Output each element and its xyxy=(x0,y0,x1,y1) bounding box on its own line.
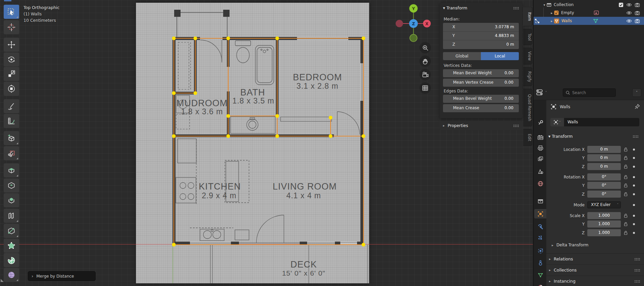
breadcrumb-label[interactable]: Walls xyxy=(560,105,570,109)
eye-icon[interactable] xyxy=(626,10,632,15)
animate-dot[interactable] xyxy=(633,185,635,187)
rotation-mode-select[interactable]: XYZ Euler˅ xyxy=(587,201,621,208)
animate-dot[interactable] xyxy=(633,166,635,168)
animate-dot[interactable] xyxy=(633,193,635,195)
selected-vertices[interactable] xyxy=(172,37,365,247)
tab-render[interactable] xyxy=(535,132,546,142)
zoom-button[interactable] xyxy=(419,42,431,53)
lock-open-icon[interactable] xyxy=(624,164,628,169)
mesh-data-icon[interactable] xyxy=(593,18,599,24)
editor-type-button[interactable]: ˅ xyxy=(536,88,549,97)
tool-poly-build-button[interactable] xyxy=(4,239,19,253)
floorplan-canvas[interactable]: MUDROOM 1.8 x 3.6 m BATH 1.8 x 3.5 m BED… xyxy=(136,0,369,286)
tab-constraints[interactable] xyxy=(535,258,546,268)
tab-tool[interactable] xyxy=(535,118,546,127)
tool-annotate-button[interactable] xyxy=(4,99,19,113)
tool-rip-region-button[interactable] xyxy=(4,146,19,160)
section-relations[interactable]: ▸Relations xyxy=(546,253,644,264)
panel-drag-dots[interactable] xyxy=(633,135,638,138)
tool-move-button[interactable] xyxy=(4,38,19,52)
tool-smooth-button[interactable] xyxy=(4,268,19,282)
camera-icon[interactable] xyxy=(635,10,640,15)
camera-icon[interactable] xyxy=(635,2,640,7)
animate-dot[interactable] xyxy=(633,176,635,178)
edge-mean-bevel-weight-field[interactable]: Mean Bevel Weight0.00 xyxy=(443,95,519,103)
outliner-item-label[interactable]: Walls xyxy=(561,18,572,23)
lock-open-icon[interactable] xyxy=(624,222,628,227)
chevron-right-icon[interactable]: ▸ xyxy=(550,19,554,23)
selected-edges[interactable] xyxy=(174,38,363,245)
global-button[interactable]: Global xyxy=(443,52,481,60)
lock-open-icon[interactable] xyxy=(624,183,628,188)
panel-drag-dots[interactable] xyxy=(634,280,640,283)
tool-inset-faces-button[interactable] xyxy=(4,178,19,193)
tab-object-data[interactable] xyxy=(535,270,546,280)
transform-section-header[interactable]: ▾ Transform xyxy=(548,134,573,139)
tab-tool[interactable]: Tool xyxy=(523,29,532,45)
animate-dot[interactable] xyxy=(633,232,635,234)
lock-open-icon[interactable] xyxy=(624,147,628,152)
mean-crease-field[interactable]: Mean Crease0.00 xyxy=(443,104,519,112)
section-instancing[interactable]: ▸Instancing xyxy=(546,276,644,286)
tool-rotate-button[interactable] xyxy=(4,52,19,67)
tool-scale-button[interactable] xyxy=(4,67,19,81)
chevron-right-icon[interactable]: ▸ xyxy=(550,11,554,15)
tool-add-cube-button[interactable] xyxy=(4,131,19,145)
search-box[interactable] xyxy=(563,88,616,97)
panel-drag-dots[interactable] xyxy=(634,269,640,272)
eye-icon[interactable] xyxy=(626,18,632,24)
tool-extrude-region-button[interactable] xyxy=(4,163,19,177)
outliner-item-label[interactable]: Collection xyxy=(554,2,574,7)
tab-rigify[interactable]: Rigify xyxy=(523,67,532,86)
checkbox-checked-icon[interactable] xyxy=(618,2,624,7)
median-z-field[interactable]: Z0 m xyxy=(443,40,519,49)
lock-open-icon[interactable] xyxy=(624,231,628,235)
scale-x-field[interactable]: 1.000 xyxy=(587,212,621,219)
tool-bevel-button[interactable] xyxy=(4,193,19,207)
tool-select-box-button[interactable] xyxy=(4,5,19,19)
filter-dropdown-button[interactable]: ˅ xyxy=(632,88,641,97)
tab-quad-remesh[interactable]: Quad Remesh xyxy=(523,89,532,126)
panel-drag-dots[interactable] xyxy=(634,258,640,260)
mean-vertex-crease-field[interactable]: Mean Vertex Crease0.00 xyxy=(443,79,519,87)
location-x-field[interactable]: 0 m xyxy=(587,146,621,153)
animate-dot[interactable] xyxy=(633,149,635,151)
animate-dot[interactable] xyxy=(633,223,635,225)
lock-open-icon[interactable] xyxy=(624,213,628,218)
id-type-button[interactable]: ˅ xyxy=(550,118,564,126)
rotation-x-field[interactable]: 0° xyxy=(587,173,621,180)
tool-measure-button[interactable] xyxy=(4,114,19,128)
tab-edit[interactable]: Edit xyxy=(523,129,532,146)
panel-drag-dots[interactable] xyxy=(513,7,519,9)
pan-button[interactable] xyxy=(419,55,431,67)
tab-view[interactable]: View xyxy=(523,48,532,65)
tool-transform-button[interactable] xyxy=(4,82,19,96)
tool-cursor-button[interactable] xyxy=(4,20,19,34)
eye-icon[interactable] xyxy=(626,2,632,7)
properties-collapsed-panel[interactable]: ▸ Properties xyxy=(440,121,522,130)
local-button[interactable]: Local xyxy=(481,52,519,60)
operator-panel[interactable]: › Merge by Distance xyxy=(28,271,96,281)
search-input[interactable] xyxy=(572,90,609,95)
location-z-field[interactable]: 0 m xyxy=(587,163,621,170)
pin-icon[interactable] xyxy=(634,104,640,110)
object-name-field[interactable]: Walls xyxy=(564,118,639,126)
location-y-field[interactable]: 0 m xyxy=(587,154,621,161)
scale-z-field[interactable]: 1.000 xyxy=(587,229,621,236)
toggle-ortho-button[interactable] xyxy=(419,82,431,94)
animate-dot[interactable] xyxy=(633,215,635,217)
image-data-icon[interactable] xyxy=(594,10,599,15)
chevron-down-icon[interactable]: ▾ xyxy=(542,3,546,7)
camera-icon[interactable] xyxy=(635,18,640,24)
gizmo-neg-y-ball[interactable] xyxy=(410,34,417,42)
lock-open-icon[interactable] xyxy=(624,156,628,160)
outliner-row-collection[interactable]: ▾ Collection xyxy=(534,1,644,9)
delta-transform-header[interactable]: ▸Delta Transform xyxy=(552,243,589,247)
scale-y-field[interactable]: 1.000 xyxy=(587,220,621,228)
tab-item[interactable]: Item xyxy=(523,7,532,26)
mean-bevel-weight-field[interactable]: Mean Bevel Weight0.00 xyxy=(443,69,519,77)
tool-spin-button[interactable] xyxy=(4,253,19,267)
tab-material[interactable] xyxy=(535,282,546,286)
outliner-row-empty[interactable]: ▸ Empty xyxy=(534,9,644,17)
tool-loop-cut-button[interactable] xyxy=(4,209,19,223)
